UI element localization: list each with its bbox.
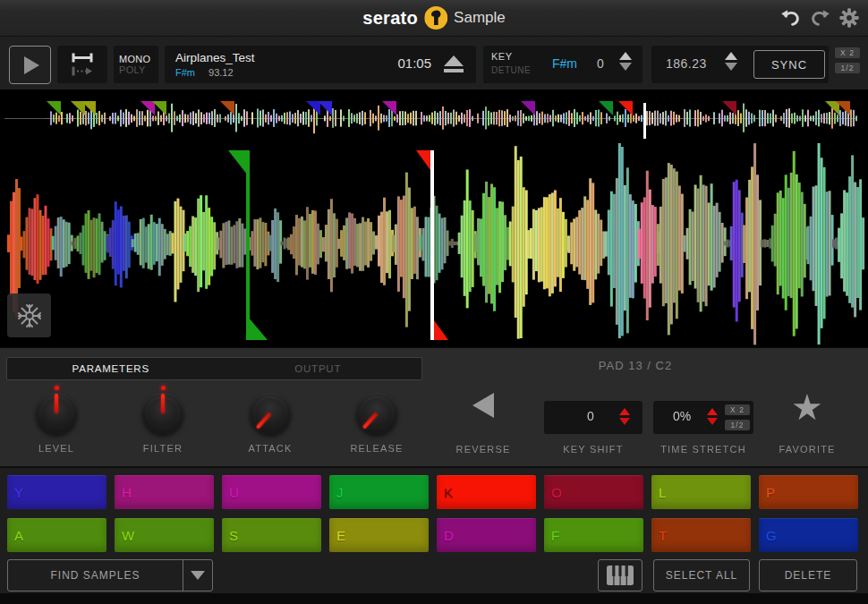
pad-P[interactable]: P — [759, 475, 858, 509]
sample-duration: 01:05 — [397, 55, 431, 71]
pad-key-label: P — [766, 485, 775, 500]
pad-J[interactable]: J — [329, 475, 429, 509]
pad-key-label: K — [444, 485, 453, 500]
time-stretch-half-button[interactable]: 1/2 — [725, 420, 750, 430]
pad-E[interactable]: E — [329, 518, 429, 552]
favorite-star-icon[interactable]: ★ — [787, 387, 827, 427]
bpm-box[interactable]: 186.23 SYNC — [651, 46, 829, 83]
favorite-label: FAVORITE — [762, 444, 852, 455]
footer-bar: FIND SAMPLES SELECT ALL DELETE — [0, 555, 868, 593]
key-shift-down-arrow[interactable] — [619, 418, 630, 425]
key-up-arrow[interactable] — [619, 52, 632, 60]
redo-icon[interactable] — [810, 9, 830, 27]
pad-Y[interactable]: Y — [7, 475, 106, 509]
pad-D[interactable]: D — [437, 518, 536, 552]
play-button[interactable] — [9, 46, 51, 84]
oneshot-mode-icon — [71, 66, 94, 76]
knob-led — [161, 386, 166, 390]
pad-key-label: T — [659, 528, 667, 543]
find-samples-dropdown[interactable] — [183, 560, 212, 591]
sample-info-box[interactable]: Airplanes_Test F#m 93.12 01:05 — [165, 46, 476, 83]
undo-icon[interactable] — [780, 9, 801, 27]
pad-key-label: F — [551, 528, 559, 543]
pad-section: YHUJKOLPAWSEDFTG — [0, 466, 868, 555]
piano-keyboard-icon — [607, 566, 634, 585]
serato-sample-logo: serato Sample — [362, 6, 505, 30]
tab-output[interactable]: OUTPUT — [215, 358, 422, 379]
detune-label: DETUNE — [491, 65, 531, 75]
key-shift-box[interactable]: 0 — [544, 401, 642, 434]
bottom-strip — [0, 593, 868, 604]
bpm-down-arrow[interactable] — [725, 63, 737, 71]
bpm-value: 186.23 — [666, 56, 707, 71]
eject-button[interactable] — [444, 55, 464, 72]
overview-canvas[interactable] — [0, 94, 868, 143]
time-stretch-value: 0% — [673, 409, 691, 423]
knob-level[interactable]: LEVEL — [3, 386, 110, 454]
hold-mode-icon — [71, 53, 94, 63]
find-samples-split-button: FIND SAMPLES — [7, 559, 213, 591]
bpm-up-arrow[interactable] — [725, 52, 737, 60]
pad-key-label: D — [444, 528, 454, 543]
knob-release[interactable]: RELEASE — [323, 386, 430, 454]
key-shift-value: 0 — [587, 409, 594, 423]
delete-button[interactable]: DELETE — [759, 559, 857, 591]
knob-attack[interactable]: ATTACK — [217, 386, 324, 454]
pad-A[interactable]: A — [7, 518, 106, 552]
pad-O[interactable]: O — [544, 475, 643, 509]
key-down-arrow[interactable] — [619, 63, 632, 71]
pad-key-label: H — [122, 485, 132, 500]
sync-button[interactable]: SYNC — [753, 50, 825, 79]
time-stretch-box[interactable]: 0% X 2 1/2 — [653, 401, 753, 434]
tab-parameters[interactable]: PARAMETERS — [7, 358, 215, 379]
pad-T[interactable]: T — [651, 518, 751, 552]
pad-H[interactable]: H — [115, 475, 214, 509]
pad-key-label: A — [14, 528, 23, 543]
bpm-half-button[interactable]: 1/2 — [835, 63, 860, 73]
knob-pointer — [161, 394, 165, 413]
pad-S[interactable]: S — [222, 518, 321, 552]
pad-W[interactable]: W — [115, 518, 214, 552]
key-value: F#m — [552, 56, 577, 71]
freeze-button[interactable] — [7, 293, 51, 337]
pad-key-label: W — [122, 528, 134, 543]
reverse-button[interactable] — [472, 393, 494, 418]
time-stretch-up-arrow[interactable] — [707, 408, 718, 415]
pad-L[interactable]: L — [651, 475, 751, 509]
title-bar: serato Sample — [0, 0, 868, 37]
sample-name: Airplanes_Test — [175, 51, 255, 64]
pad-K[interactable]: K — [437, 475, 536, 509]
find-samples-button[interactable]: FIND SAMPLES — [8, 560, 183, 591]
voice-mode-button[interactable]: MONO POLY — [114, 46, 158, 83]
bpm-double-button[interactable]: X 2 — [835, 47, 860, 58]
pad-F[interactable]: F — [544, 518, 643, 552]
knob-label: ATTACK — [249, 443, 293, 454]
reverse-label: REVERSE — [443, 444, 523, 455]
time-stretch-down-arrow[interactable] — [707, 418, 718, 425]
knob-label: LEVEL — [38, 443, 74, 454]
main-waveform-canvas[interactable] — [0, 143, 868, 347]
pad-key-label: O — [551, 485, 562, 500]
pad-G[interactable]: G — [759, 518, 858, 552]
play-icon — [24, 56, 39, 74]
keyboard-mode-button[interactable] — [598, 559, 642, 591]
trigger-mode-button[interactable] — [57, 46, 107, 83]
pad-U[interactable]: U — [222, 475, 321, 509]
pad-key-label: G — [766, 528, 777, 543]
knob-pointer — [55, 394, 58, 413]
key-detune-box[interactable]: KEY DETUNE F#m 0 — [483, 46, 642, 83]
pad-key-label: U — [229, 485, 239, 500]
time-stretch-double-button[interactable]: X 2 — [725, 404, 750, 415]
settings-gear-icon[interactable] — [839, 8, 859, 28]
pad-key-label: E — [336, 528, 345, 543]
knob-filter[interactable]: FILTER — [109, 386, 217, 454]
parameters-panel: PARAMETERS OUTPUT PAD 13 / C2 LEVELFILTE… — [0, 347, 868, 466]
select-all-button[interactable]: SELECT ALL — [653, 559, 750, 591]
key-shift-up-arrow[interactable] — [619, 408, 630, 415]
key-label: KEY — [491, 51, 513, 62]
dropdown-arrow-icon — [191, 571, 205, 580]
eject-icon — [444, 55, 464, 66]
poly-label: POLY — [119, 64, 158, 75]
snowflake-icon — [16, 302, 43, 329]
time-stretch-label: TIME STRETCH — [650, 444, 757, 455]
